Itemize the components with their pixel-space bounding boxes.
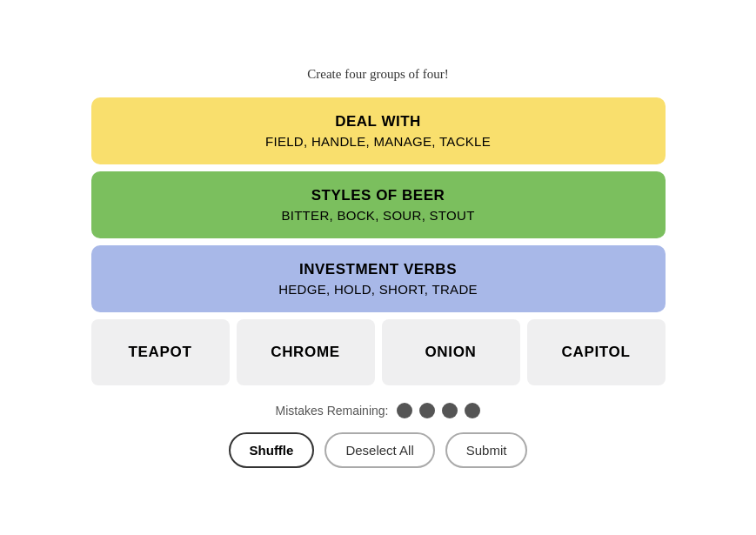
group-styles-of-beer: STYLES OF BEER BITTER, BOCK, SOUR, STOUT: [91, 171, 666, 238]
mistake-dot-2: [419, 403, 435, 418]
group-investment-verbs: INVESTMENT VERBS HEDGE, HOLD, SHORT, TRA…: [91, 245, 666, 312]
tile-onion[interactable]: ONION: [382, 319, 520, 385]
group-words-yellow: FIELD, HANDLE, MANAGE, TACKLE: [109, 134, 648, 149]
groups-area: DEAL WITH FIELD, HANDLE, MANAGE, TACKLE …: [91, 97, 666, 312]
deselect-button[interactable]: Deselect All: [324, 432, 434, 468]
tiles-row: TEAPOT CHROME ONION CAPITOL: [91, 319, 666, 385]
subtitle: Create four groups of four!: [307, 67, 448, 82]
mistake-dot-3: [442, 403, 458, 418]
group-words-blue: HEDGE, HOLD, SHORT, TRADE: [109, 282, 648, 297]
tile-chrome[interactable]: CHROME: [237, 319, 375, 385]
group-deal-with: DEAL WITH FIELD, HANDLE, MANAGE, TACKLE: [91, 97, 666, 164]
shuffle-button[interactable]: Shuffle: [229, 432, 315, 468]
mistakes-label: Mistakes Remaining:: [276, 404, 389, 418]
mistake-dot-4: [465, 403, 480, 418]
tile-capitol[interactable]: CAPITOL: [527, 319, 666, 385]
submit-button[interactable]: Submit: [445, 432, 528, 468]
mistake-dot-1: [397, 403, 412, 418]
group-title-yellow: DEAL WITH: [109, 113, 648, 130]
tile-teapot[interactable]: TEAPOT: [91, 319, 230, 385]
dots-area: [397, 403, 480, 418]
group-words-green: BITTER, BOCK, SOUR, STOUT: [109, 208, 648, 223]
game-container: Create four groups of four! DEAL WITH FI…: [91, 67, 666, 468]
mistakes-area: Mistakes Remaining:: [276, 403, 481, 418]
buttons-area: Shuffle Deselect All Submit: [229, 432, 528, 468]
group-title-blue: INVESTMENT VERBS: [109, 261, 648, 278]
group-title-green: STYLES OF BEER: [109, 187, 648, 204]
